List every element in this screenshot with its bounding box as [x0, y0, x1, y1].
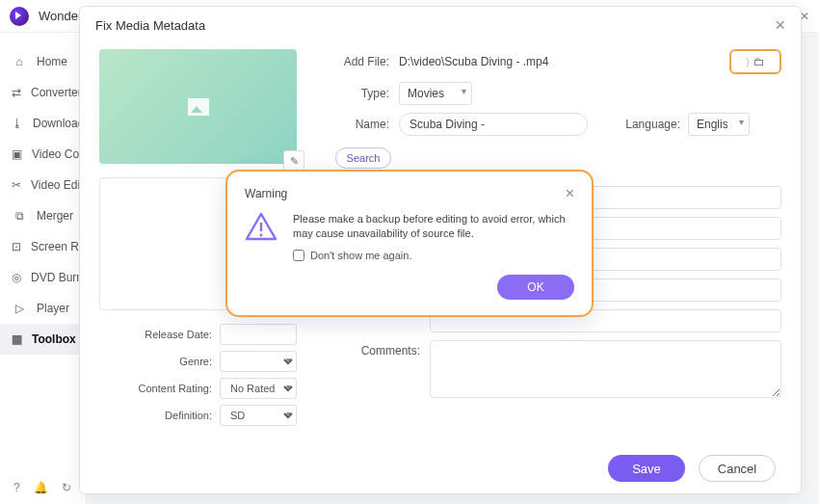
release-date-label: Release Date: [145, 329, 212, 340]
cancel-button[interactable]: Cancel [699, 455, 776, 482]
type-label: Type: [316, 87, 389, 100]
warning-dialog: Warning × Please make a backup before ed… [225, 170, 594, 317]
modal-footer: Save Cancel [80, 445, 801, 493]
warning-message: Please make a backup before editing to a… [293, 212, 574, 242]
image-placeholder-icon [188, 98, 209, 116]
video-thumbnail: ✎ [99, 49, 297, 164]
screen-rec-icon: ⊡ [12, 239, 21, 254]
browse-file-button[interactable]: ) 🗀 [729, 49, 781, 74]
sidebar-item-dvd-burner[interactable]: ◎DVD Burner [0, 262, 86, 293]
sidebar: ⌂Home ⇄Converter ⭳Downloader ▣Video Comp… [0, 33, 87, 504]
dvd-burn-icon: ◎ [12, 270, 21, 285]
name-label: Name: [316, 118, 389, 131]
sidebar-item-label: Player [37, 302, 69, 315]
add-file-label: Add File: [316, 55, 389, 68]
ok-button[interactable]: OK [497, 275, 574, 300]
language-select[interactable]: English [688, 113, 750, 136]
sidebar-item-home[interactable]: ⌂Home [0, 46, 86, 77]
genre-select[interactable] [220, 351, 297, 372]
name-input[interactable] [399, 113, 588, 136]
content-rating-select[interactable]: No Rated [220, 378, 297, 399]
sidebar-item-merger[interactable]: ⧉Merger [0, 200, 86, 231]
dont-show-checkbox-input[interactable] [293, 250, 304, 261]
sidebar-item-converter[interactable]: ⇄Converter [0, 77, 86, 108]
comments-label: Comments: [316, 340, 420, 358]
dont-show-checkbox[interactable]: Don't show me again. [293, 250, 574, 261]
merger-icon: ⧉ [12, 208, 27, 224]
sidebar-bottom: ? 🔔 ↻ [0, 481, 86, 494]
language-label: Language: [607, 118, 680, 131]
content-rating-label: Content Rating: [139, 383, 212, 394]
definition-label: Definition: [165, 410, 212, 421]
sidebar-item-video-compressor[interactable]: ▣Video Compressor [0, 139, 86, 170]
close-icon[interactable]: × [566, 185, 574, 202]
save-button[interactable]: Save [608, 455, 685, 482]
home-icon: ⌂ [12, 54, 27, 69]
dont-show-label: Don't show me again. [310, 250, 411, 261]
sidebar-item-label: Home [37, 55, 67, 68]
folder-icon: 🗀 [753, 55, 765, 68]
converter-icon: ⇄ [12, 85, 21, 100]
add-file-path: D:\video\Scuba Diving - .mp4 [399, 55, 548, 68]
modal-title: Fix Media Metadata [95, 18, 205, 33]
sidebar-item-screen-recorder[interactable]: ⊡Screen Recorder [0, 231, 86, 262]
definition-select[interactable]: SD [220, 405, 297, 426]
bell-icon[interactable]: 🔔 [34, 481, 48, 494]
svg-point-2 [260, 234, 263, 237]
download-icon: ⭳ [12, 116, 23, 131]
chevron-icon: ) [746, 57, 749, 67]
sidebar-item-label: Toolbox [32, 332, 76, 346]
toolbox-icon: ▦ [12, 332, 22, 347]
app-logo [10, 7, 29, 26]
close-icon[interactable]: × [775, 16, 785, 34]
modal-header: Fix Media Metadata × [80, 7, 801, 43]
refresh-icon[interactable]: ↻ [62, 481, 71, 494]
release-date-input[interactable] [220, 324, 297, 345]
sidebar-item-video-editor[interactable]: ✂Video Editor [0, 170, 86, 200]
sidebar-item-player[interactable]: ▷Player [0, 293, 86, 324]
app-title: Wonder [39, 9, 82, 23]
sidebar-item-downloader[interactable]: ⭳Downloader [0, 108, 86, 139]
sidebar-item-toolbox[interactable]: ▦Toolbox [0, 324, 86, 355]
video-edit-icon: ✂ [12, 177, 21, 193]
warning-icon [245, 212, 277, 241]
player-icon: ▷ [12, 301, 27, 316]
sidebar-item-label: Converter [31, 86, 82, 99]
sidebar-item-label: Merger [37, 209, 73, 223]
search-button[interactable]: Search [335, 147, 391, 169]
type-select[interactable]: Movies [399, 82, 472, 105]
video-compress-icon: ▣ [12, 146, 22, 162]
warning-title: Warning [245, 187, 287, 200]
comments-input[interactable] [430, 340, 781, 398]
help-icon[interactable]: ? [13, 481, 20, 494]
genre-label: Genre: [179, 356, 212, 367]
